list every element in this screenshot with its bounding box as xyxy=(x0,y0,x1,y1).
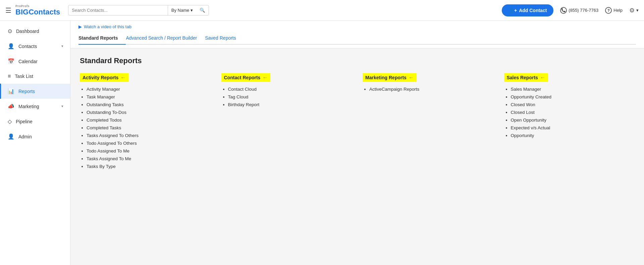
list-item[interactable]: Outstanding To-Dos xyxy=(87,110,211,115)
tab-saved[interactable]: Saved Reports xyxy=(205,32,244,45)
main-content: ▶ Watch a video of this tab Standard Rep… xyxy=(70,21,644,265)
report-column-contact: Contact Reports ← Contact CloudTag Cloud… xyxy=(221,73,352,172)
sidebar-item-admin[interactable]: 👤 Admin xyxy=(0,129,70,144)
report-list-contact: Contact CloudTag CloudBirthday Report xyxy=(221,87,352,107)
list-item[interactable]: Tasks Assigned To Me xyxy=(87,156,211,161)
report-list-sales: Sales ManagerOpportunity CreatedClosed W… xyxy=(504,87,635,138)
sidebar-label-contacts: Contacts xyxy=(18,44,57,49)
sidebar-item-reports[interactable]: 📊 Reports xyxy=(0,84,70,99)
app-logo: ProProfs BIGContacts xyxy=(15,4,60,16)
list-item[interactable]: Sales Manager xyxy=(511,87,635,92)
report-category-header-sales: Sales Reports ← xyxy=(504,73,548,82)
list-item[interactable]: Closed Won xyxy=(511,102,635,107)
list-item[interactable]: Activity Manager xyxy=(87,87,211,92)
settings-chevron: ▾ xyxy=(636,8,639,13)
list-item[interactable]: Birthday Report xyxy=(228,102,352,107)
chevron-icon-marketing: ▾ xyxy=(61,104,63,108)
add-contact-button[interactable]: 👤+ Add Contact xyxy=(502,4,553,16)
search-input[interactable] xyxy=(68,5,168,15)
app-header: ☰ ProProfs BIGContacts By Name ▾ 🔍 👤+ Ad… xyxy=(0,0,644,21)
help-area[interactable]: ? Help xyxy=(605,7,623,14)
arrow-icon-contact: ← xyxy=(262,75,268,81)
reports-grid: Activity Reports ← Activity ManagerTask … xyxy=(80,73,635,172)
pipeline-nav-icon: ◇ xyxy=(8,118,12,125)
list-item[interactable]: Tasks Assigned To Others xyxy=(87,133,211,138)
add-contact-label: Add Contact xyxy=(519,8,547,13)
watch-video-label: Watch a video of this tab xyxy=(84,24,131,29)
logo-proprofs-text: ProProfs xyxy=(15,4,60,8)
category-title-contact: Contact Reports xyxy=(224,75,261,80)
logo-bigcontacts-text: BIGContacts xyxy=(15,8,60,16)
arrow-icon-activity: ← xyxy=(120,75,126,81)
list-item[interactable]: Closed Lost xyxy=(511,110,635,115)
header-right: 👤+ Add Contact 📞 (855) 776-7763 ? Help ⚙… xyxy=(502,4,639,16)
marketing-nav-icon: 📣 xyxy=(8,103,14,109)
sidebar-label-marketing: Marketing xyxy=(18,104,57,109)
category-title-sales: Sales Reports xyxy=(507,75,538,80)
phone-area[interactable]: 📞 (855) 776-7763 xyxy=(560,7,598,14)
tab-standard[interactable]: Standard Reports xyxy=(78,32,126,45)
category-title-activity: Activity Reports xyxy=(83,75,118,80)
report-column-activity: Activity Reports ← Activity ManagerTask … xyxy=(80,73,211,172)
sidebar-item-marketing[interactable]: 📣 Marketing ▾ xyxy=(0,99,70,114)
report-category-header-contact: Contact Reports ← xyxy=(221,73,271,82)
sidebar-label-tasklist: Task List xyxy=(15,74,63,79)
reports-area: Standard Reports Activity Reports ← Acti… xyxy=(70,48,644,180)
sidebar-label-admin: Admin xyxy=(18,134,63,139)
sidebar-item-pipeline[interactable]: ◇ Pipeline xyxy=(0,114,70,129)
add-contact-icon: 👤+ xyxy=(508,8,517,13)
sidebar-item-calendar[interactable]: 📅 Calendar xyxy=(0,54,70,69)
list-item[interactable]: Tag Cloud xyxy=(228,94,352,99)
chevron-down-icon: ▾ xyxy=(191,8,193,13)
app-body: ⊙ Dashboard 👤 Contacts ▾ 📅 Calendar ≡ Ta… xyxy=(0,21,644,265)
contacts-nav-icon: 👤 xyxy=(8,43,14,49)
list-item[interactable]: Expected v/s Actual xyxy=(511,125,635,130)
list-item[interactable]: Opportunity Created xyxy=(511,94,635,99)
list-item[interactable]: Contact Cloud xyxy=(228,87,352,92)
list-item[interactable]: Todo Assigned To Me xyxy=(87,148,211,153)
watch-video-link[interactable]: ▶ Watch a video of this tab xyxy=(78,24,636,29)
list-item[interactable]: Completed Tasks xyxy=(87,125,211,130)
content-header: ▶ Watch a video of this tab Standard Rep… xyxy=(70,21,644,48)
tasklist-nav-icon: ≡ xyxy=(8,73,11,79)
admin-nav-icon: 👤 xyxy=(8,133,14,140)
report-column-marketing: Marketing Reports ← ActiveCampaign Repor… xyxy=(363,73,493,172)
page-title: Standard Reports xyxy=(80,56,635,65)
sidebar-label-dashboard: Dashboard xyxy=(16,29,63,34)
sidebar: ⊙ Dashboard 👤 Contacts ▾ 📅 Calendar ≡ Ta… xyxy=(0,21,70,265)
list-item[interactable]: Tasks By Type xyxy=(87,164,211,169)
reports-nav-icon: 📊 xyxy=(8,88,14,94)
list-item[interactable]: Completed Todos xyxy=(87,118,211,123)
list-item[interactable]: Outstanding Tasks xyxy=(87,102,211,107)
report-category-header-marketing: Marketing Reports ← xyxy=(363,73,417,82)
report-list-activity: Activity ManagerTask ManagerOutstanding … xyxy=(80,87,211,169)
report-category-header-activity: Activity Reports ← xyxy=(80,73,128,82)
play-icon: ▶ xyxy=(78,24,82,29)
sidebar-label-pipeline: Pipeline xyxy=(16,119,63,124)
arrow-icon-marketing: ← xyxy=(409,75,414,81)
by-name-dropdown[interactable]: By Name ▾ xyxy=(168,5,196,15)
hamburger-icon[interactable]: ☰ xyxy=(5,6,11,14)
chevron-icon-contacts: ▾ xyxy=(61,44,63,48)
sidebar-item-tasklist[interactable]: ≡ Task List xyxy=(0,69,70,84)
phone-label: (855) 776-7763 xyxy=(569,8,598,13)
sidebar-item-contacts[interactable]: 👤 Contacts ▾ xyxy=(0,39,70,54)
list-item[interactable]: Opportunity xyxy=(511,133,635,138)
list-item[interactable]: Todo Assigned To Others xyxy=(87,141,211,146)
list-item[interactable]: Open Opportunity xyxy=(511,118,635,123)
sidebar-item-dashboard[interactable]: ⊙ Dashboard xyxy=(0,24,70,39)
list-item[interactable]: Task Manager xyxy=(87,94,211,99)
list-item[interactable]: ActiveCampaign Reports xyxy=(369,87,493,92)
sidebar-label-reports: Reports xyxy=(18,89,63,94)
tab-advanced[interactable]: Advanced Search / Report Builder xyxy=(126,32,205,45)
dashboard-nav-icon: ⊙ xyxy=(8,28,12,34)
report-column-sales: Sales Reports ← Sales ManagerOpportunity… xyxy=(504,73,635,172)
help-icon: ? xyxy=(605,7,612,14)
category-title-marketing: Marketing Reports xyxy=(365,75,407,80)
settings-area[interactable]: ⚙ ▾ xyxy=(629,7,639,14)
arrow-icon-sales: ← xyxy=(540,75,545,81)
by-name-label: By Name xyxy=(171,8,189,13)
report-list-marketing: ActiveCampaign Reports xyxy=(363,87,493,92)
search-area: By Name ▾ 🔍 xyxy=(68,5,209,15)
search-button[interactable]: 🔍 xyxy=(196,5,209,15)
